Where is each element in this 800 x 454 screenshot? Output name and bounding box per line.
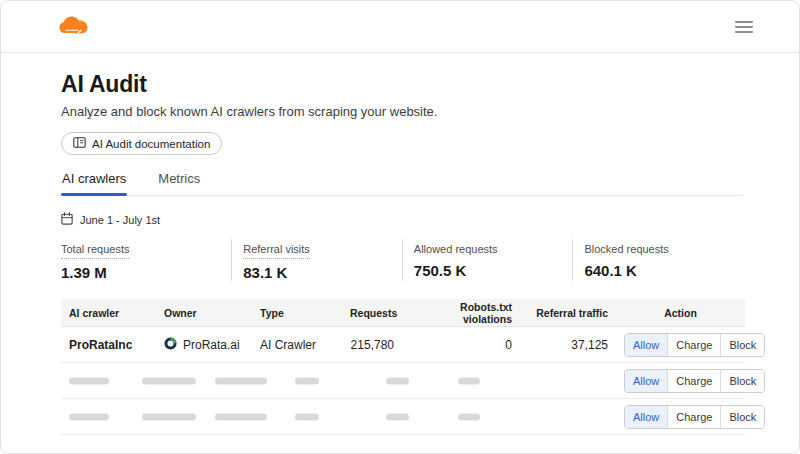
requests-value: 215,780 xyxy=(342,327,402,363)
skeleton-bar xyxy=(295,413,319,420)
col-type: Type xyxy=(252,299,342,327)
charge-button[interactable]: Charge xyxy=(667,406,720,428)
stat-value: 750.5 K xyxy=(414,262,573,279)
stat-label[interactable]: Referral visits xyxy=(243,243,310,259)
table-header: AI crawler Owner Type Requests Robots.tx… xyxy=(61,299,745,327)
content: AI Audit Analyze and block known AI craw… xyxy=(1,71,799,435)
allow-button[interactable]: Allow xyxy=(625,370,667,392)
skeleton-bar xyxy=(215,413,267,420)
crawler-name: ProRataInc xyxy=(61,327,156,363)
page-subtitle: Analyze and block known AI crawlers from… xyxy=(61,104,743,120)
table-row-skeleton: Allow Charge Block xyxy=(61,399,745,435)
top-bar xyxy=(1,1,799,53)
ai-audit-documentation-button[interactable]: AI Audit documentation xyxy=(61,132,222,155)
action-button-group: Allow Charge Block xyxy=(624,369,765,393)
action-cell: Allow Charge Block xyxy=(616,363,745,399)
menu-icon[interactable] xyxy=(733,17,755,37)
crawler-table: AI crawler Owner Type Requests Robots.tx… xyxy=(61,299,745,436)
skeleton-bar xyxy=(386,413,409,420)
stats-row: Total requests 1.39 M Referral visits 83… xyxy=(61,239,743,281)
crawler-type: AI Crawler xyxy=(252,327,342,363)
doc-button-label: AI Audit documentation xyxy=(92,138,210,150)
col-requests: Requests xyxy=(342,299,402,327)
stat-value: 640.1 K xyxy=(584,262,743,279)
charge-button[interactable]: Charge xyxy=(667,370,720,392)
block-button[interactable]: Block xyxy=(720,406,764,428)
page-title: AI Audit xyxy=(61,71,743,97)
violations-value: 0 xyxy=(402,327,520,363)
skeleton-bar xyxy=(458,413,480,420)
table-row-skeleton: Allow Charge Block xyxy=(61,363,745,399)
col-owner: Owner xyxy=(156,299,252,327)
cloudflare-logo[interactable] xyxy=(59,14,91,40)
date-range-control[interactable]: June 1 - July 1st xyxy=(61,212,160,227)
action-cell: Allow Charge Block xyxy=(616,327,745,363)
owner-name: ProRata.ai xyxy=(183,338,240,352)
skeleton-bar xyxy=(142,377,196,384)
col-action: Action xyxy=(616,299,745,327)
prorata-logo-icon xyxy=(164,337,177,353)
action-button-group: Allow Charge Block xyxy=(624,333,765,357)
date-range-label: June 1 - July 1st xyxy=(80,214,160,226)
allow-button[interactable]: Allow xyxy=(625,334,667,356)
action-button-group: Allow Charge Block xyxy=(624,405,765,429)
stat-total-requests: Total requests 1.39 M xyxy=(61,239,231,281)
tab-metrics[interactable]: Metrics xyxy=(157,165,201,195)
allow-button[interactable]: Allow xyxy=(625,406,667,428)
stat-allowed-requests: Allowed requests 750.5 K xyxy=(402,239,573,281)
skeleton-cells xyxy=(61,399,616,435)
block-button[interactable]: Block xyxy=(720,334,764,356)
app-window: AI Audit Analyze and block known AI craw… xyxy=(0,0,800,454)
charge-button[interactable]: Charge xyxy=(667,334,720,356)
stat-referral-visits: Referral visits 83.1 K xyxy=(231,239,402,281)
stat-label: Allowed requests xyxy=(414,243,498,257)
skeleton-bar xyxy=(69,377,109,384)
stat-label[interactable]: Total requests xyxy=(61,243,129,259)
cloudflare-cloud-icon xyxy=(59,14,91,40)
col-ai-crawler: AI crawler xyxy=(61,299,156,327)
book-icon xyxy=(73,137,86,150)
referral-value: 37,125 xyxy=(520,327,616,363)
skeleton-bar xyxy=(386,377,409,384)
block-button[interactable]: Block xyxy=(720,370,764,392)
col-referral-traffic: Referral traffic xyxy=(520,299,616,327)
table-row-prorata: ProRataInc ProRata.ai AI C xyxy=(61,327,745,363)
stat-label: Blocked requests xyxy=(584,243,668,257)
skeleton-bar xyxy=(69,413,109,420)
skeleton-bar xyxy=(142,413,196,420)
skeleton-bar xyxy=(458,377,480,384)
action-cell: Allow Charge Block xyxy=(616,399,745,435)
skeleton-cells xyxy=(61,363,616,399)
stat-value: 1.39 M xyxy=(61,264,231,281)
col-robots-violations: Robots.txt violations xyxy=(402,299,520,327)
owner-cell: ProRata.ai xyxy=(156,327,252,363)
tab-ai-crawlers[interactable]: AI crawlers xyxy=(61,165,127,195)
skeleton-bar xyxy=(295,377,319,384)
calendar-icon xyxy=(61,212,73,227)
stat-blocked-requests: Blocked requests 640.1 K xyxy=(572,239,743,281)
stat-value: 83.1 K xyxy=(243,264,402,281)
skeleton-bar xyxy=(215,377,267,384)
tab-bar: AI crawlers Metrics xyxy=(61,165,743,196)
